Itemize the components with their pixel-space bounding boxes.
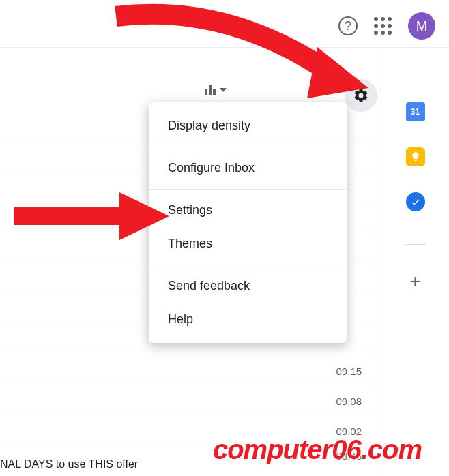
side-divider [405, 244, 426, 245]
side-panel: 31 + [381, 48, 449, 476]
keep-icon[interactable] [406, 147, 425, 166]
apps-launcher-icon[interactable] [374, 17, 392, 35]
annotation-arrow-gear [102, 0, 375, 112]
settings-menu: Display density Configure Inbox Settings… [149, 102, 347, 343]
calendar-icon[interactable]: 31 [406, 102, 425, 121]
svg-marker-2 [119, 192, 169, 240]
avatar-letter: M [416, 18, 428, 34]
watermark: computer06.com [213, 434, 422, 465]
menu-themes[interactable]: Themes [149, 227, 347, 261]
svg-marker-0 [307, 47, 368, 98]
add-addon-button[interactable]: + [409, 271, 420, 293]
mail-time: 09:15 [336, 366, 362, 377]
menu-separator [149, 189, 347, 190]
menu-help[interactable]: Help [149, 303, 347, 336]
account-avatar[interactable]: M [408, 12, 435, 40]
menu-settings[interactable]: Settings [149, 194, 347, 227]
menu-separator [149, 147, 347, 147]
menu-display-density[interactable]: Display density [149, 109, 347, 143]
menu-configure-inbox[interactable]: Configure Inbox [149, 151, 347, 185]
annotation-arrow-settings [14, 192, 171, 240]
mail-snippet: NAL DAYS to use THIS offer [0, 458, 138, 471]
menu-send-feedback[interactable]: Send feedback [149, 269, 347, 303]
mail-row[interactable] [0, 383, 374, 413]
mail-row[interactable] [0, 353, 374, 383]
menu-separator [149, 265, 347, 265]
svg-rect-1 [14, 207, 123, 225]
mail-time: 09:08 [336, 396, 362, 407]
tasks-icon[interactable] [406, 192, 425, 211]
